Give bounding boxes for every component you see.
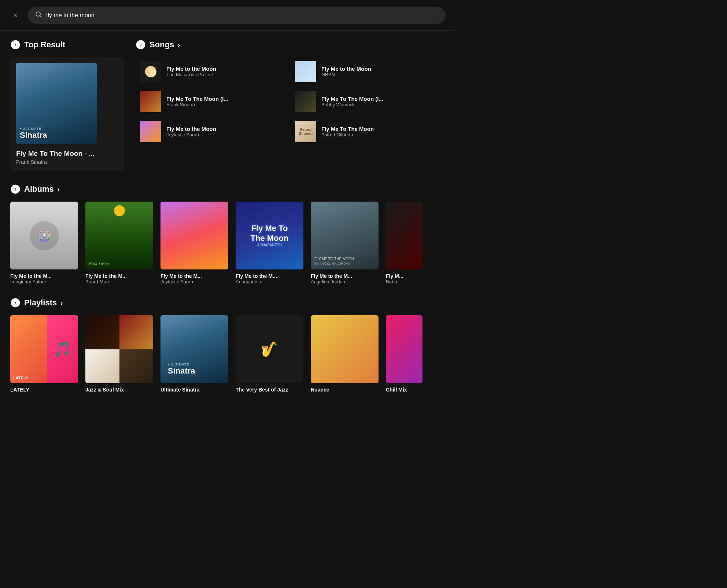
playlists-section: ♪ Playlists › LATELY 🎵 xyxy=(10,298,444,393)
top-result-artist: Frank Sinatra xyxy=(16,159,118,165)
song-item[interactable]: AstrudGilberto Fly Me To The Moon Astrud… xyxy=(291,117,444,146)
song-artist: Astrud Gilberto xyxy=(321,132,440,137)
playlists-label: Playlists › xyxy=(24,298,63,308)
song-item[interactable]: Fly Me To The Moon (I... Bobby Womack xyxy=(291,87,444,116)
spotify-logo-top-result: ♪ xyxy=(10,40,21,50)
song-info: Fly Me to the Moon GBSN xyxy=(321,66,440,77)
playlist-cover-lately: LATELY 🎵 xyxy=(10,315,78,383)
search-input[interactable] xyxy=(46,12,438,19)
album-card[interactable]: Fly Me to the M... Joytastic Sarah xyxy=(160,202,228,284)
top-result-section: ♪ Top Result • Ultimate Sinatra Fly Me T… xyxy=(10,40,124,171)
album-artist: Bobb... xyxy=(386,279,422,284)
album-title: Fly M... xyxy=(386,273,422,279)
album-artist: Board-Man xyxy=(85,279,153,284)
album-card[interactable]: Fly Me ToThe Moon ANNAPANTSU Fly Me to t… xyxy=(236,202,303,284)
song-artist: GBSN xyxy=(321,72,440,77)
song-item[interactable]: Fly Me to the Moon Joytastic Sarah xyxy=(136,117,289,146)
album-title: Fly Me to the M... xyxy=(85,273,153,279)
playlist-cover-jazz2: 🎷 xyxy=(236,315,303,383)
header: × xyxy=(0,0,454,31)
playlist-cover-jazz xyxy=(85,315,153,383)
spotify-logo-songs: ♪ xyxy=(136,40,146,50)
song-artist: Frank Sinatra xyxy=(166,102,285,107)
song-artist: Bobby Womack xyxy=(321,102,440,107)
album-card[interactable]: Board-Man Fly Me to the M... Board-Man xyxy=(85,202,153,284)
top-result-image: • Ultimate Sinatra xyxy=(16,63,97,144)
playlist-card[interactable]: 🎷 The Very Best of Jazz xyxy=(236,315,303,393)
song-name: Fly Me to the Moon xyxy=(321,66,440,72)
song-info: Fly Me to the Moon The Macarons Project xyxy=(166,66,285,77)
album-title: Fly Me to the M... xyxy=(236,273,303,279)
album-card[interactable]: FLY ME TO THE MOONBY ANGELINA JORDAN Fly… xyxy=(311,202,379,284)
playlist-card[interactable]: Chill Mix xyxy=(386,315,422,393)
albums-section: ♪ Albums › 🎡 Fly Me to the M... Imaginar… xyxy=(10,184,444,284)
album-cover-angelina: FLY ME TO THE MOONBY ANGELINA JORDAN xyxy=(311,202,379,269)
playlists-header: ♪ Playlists › xyxy=(10,298,444,308)
playlist-title: Chill Mix xyxy=(386,387,422,393)
playlist-title: The Very Best of Jazz xyxy=(236,387,303,393)
svg-text:♪: ♪ xyxy=(140,42,142,48)
song-info: Fly Me To The Moon Astrud Gilberto xyxy=(321,126,440,137)
song-thumb-sinatra-basie xyxy=(140,91,161,112)
playlist-cover-chill xyxy=(386,315,422,383)
songs-section: ♪ Songs › 🌕 Fly Me to the Moon T xyxy=(136,40,444,171)
song-name: Fly Me To The Moon (I... xyxy=(166,96,285,102)
album-artist: Annapantsu xyxy=(236,279,303,284)
top-result-card[interactable]: • Ultimate Sinatra Fly Me To The Moon - … xyxy=(10,57,124,171)
songs-grid: 🌕 Fly Me to the Moon The Macarons Projec… xyxy=(136,57,444,146)
svg-line-1 xyxy=(40,15,41,16)
songs-label: Songs › xyxy=(150,40,180,49)
album-artist: Imaginary Future xyxy=(10,279,78,284)
playlist-card[interactable]: Jazz & Soul Mix xyxy=(85,315,153,393)
playlist-card[interactable]: • Ultimate Sinatra Ultimate Sinatra xyxy=(160,315,228,393)
song-name: Fly Me to the Moon xyxy=(166,66,285,72)
song-item[interactable]: 🌕 Fly Me to the Moon The Macarons Projec… xyxy=(136,57,289,86)
album-cover-imaginary: 🎡 xyxy=(10,202,78,269)
song-name: Fly Me to the Moon xyxy=(166,126,285,132)
top-result-title: Fly Me To The Moon - ... xyxy=(16,150,118,158)
song-name: Fly Me To The Moon (I... xyxy=(321,96,440,102)
song-thumb-joytastic xyxy=(140,121,161,142)
song-artist: The Macarons Project xyxy=(166,72,285,77)
album-card[interactable]: Fly M... Bobb... xyxy=(386,202,422,284)
song-name: Fly Me To The Moon xyxy=(321,126,440,132)
song-artist: Joytastic Sarah xyxy=(166,132,285,137)
song-info: Fly Me To The Moon (I... Bobby Womack xyxy=(321,96,440,107)
svg-text:♪: ♪ xyxy=(14,42,17,48)
svg-text:♪: ♪ xyxy=(14,300,17,306)
playlist-title: Ultimate Sinatra xyxy=(160,387,228,393)
playlists-grid: LATELY 🎵 LATELY xyxy=(10,315,444,393)
albums-header: ♪ Albums › xyxy=(10,184,444,194)
song-info: Fly Me To The Moon (I... Frank Sinatra xyxy=(166,96,285,107)
album-title: Fly Me to the M... xyxy=(311,273,379,279)
song-thumb-astrud: AstrudGilberto xyxy=(295,121,316,142)
album-cover-boardman: Board-Man xyxy=(85,202,153,269)
song-thumb-macarons: 🌕 xyxy=(140,61,161,82)
album-card[interactable]: 🎡 Fly Me to the M... Imaginary Future xyxy=(10,202,78,284)
top-result-header: ♪ Top Result xyxy=(10,40,124,50)
playlist-title: LATELY xyxy=(10,387,78,393)
song-item[interactable]: Fly Me To The Moon (I... Frank Sinatra xyxy=(136,87,289,116)
playlist-cover-nuance xyxy=(311,315,379,383)
song-item[interactable]: Fly Me to the Moon GBSN xyxy=(291,57,444,86)
main-content: ♪ Top Result • Ultimate Sinatra Fly Me T… xyxy=(0,31,454,401)
svg-text:♪: ♪ xyxy=(14,186,17,192)
song-thumb-bobby xyxy=(295,91,316,112)
close-button[interactable]: × xyxy=(9,9,22,22)
albums-grid: 🎡 Fly Me to the M... Imaginary Future Bo… xyxy=(10,202,444,284)
spotify-logo-albums: ♪ xyxy=(10,184,21,194)
playlist-title: Jazz & Soul Mix xyxy=(85,387,153,393)
album-cover-bobby xyxy=(386,202,422,269)
album-title: Fly Me to the M... xyxy=(160,273,228,279)
search-bar[interactable] xyxy=(28,7,446,24)
top-area: ♪ Top Result • Ultimate Sinatra Fly Me T… xyxy=(10,40,444,171)
top-result-label: Top Result xyxy=(24,40,65,49)
playlist-card[interactable]: Nuance xyxy=(311,315,379,393)
playlist-title: Nuance xyxy=(311,387,379,393)
album-title: Fly Me to the M... xyxy=(10,273,78,279)
album-artist: Angelina Jordan xyxy=(311,279,379,284)
albums-label: Albums › xyxy=(24,184,60,194)
song-info: Fly Me to the Moon Joytastic Sarah xyxy=(166,126,285,137)
songs-header: ♪ Songs › xyxy=(136,40,444,50)
playlist-card[interactable]: LATELY 🎵 LATELY xyxy=(10,315,78,393)
